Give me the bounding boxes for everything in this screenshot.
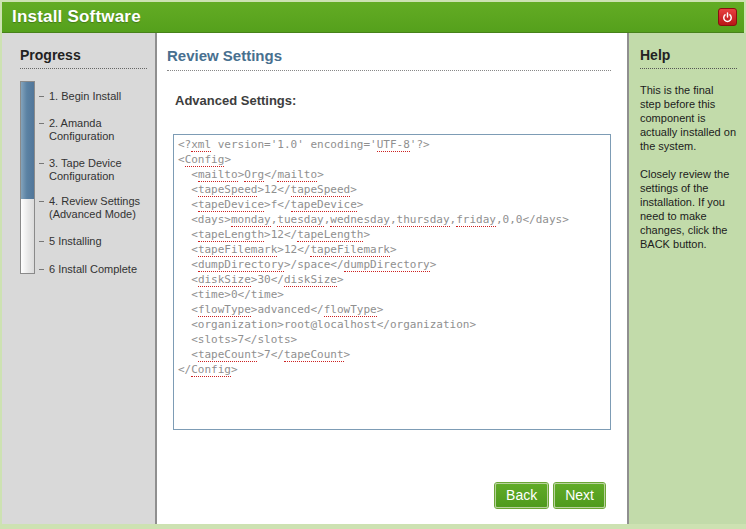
xml-line: <days>monday,tuesday,wednesday,thursday,… — [178, 212, 606, 227]
xml-line: <tapeLength>12</tapeLength> — [178, 227, 606, 242]
main-panel: Review Settings Advanced Settings: <?xml… — [157, 33, 627, 524]
help-paragraph-2: Closely review the settings of the insta… — [640, 167, 737, 251]
progress-heading: Progress — [20, 47, 147, 69]
progress-step-4: 4. Review Settings (Advanced Mode) — [49, 195, 147, 221]
misspelled-word: friday — [456, 213, 496, 227]
misspelled-word: xml — [191, 138, 211, 152]
progress-step-1: 1. Begin Install — [49, 90, 147, 103]
misspelled-word: Config — [185, 153, 225, 167]
help-panel: Help This is the final step before this … — [627, 33, 746, 524]
misspelled-word: tapeLength — [198, 228, 264, 242]
misspelled-word: Config — [191, 363, 231, 377]
xml-line: <tapeCount>7</tapeCount> — [178, 347, 606, 362]
progress-sidebar: Progress 1. Begin Install2. Amanda Confi… — [2, 33, 157, 524]
progress-step-2: 2. Amanda Configuration — [49, 117, 147, 143]
misspelled-word: flowType — [198, 303, 251, 317]
xml-line: <dumpDirectory>/space</dumpDirectory> — [178, 257, 606, 272]
progress-bar-fill — [21, 82, 34, 199]
xml-settings-editor[interactable]: <?xml version='1.0' encoding='UTF-8'?><C… — [173, 134, 611, 430]
xml-line: <?xml version='1.0' encoding='UTF-8'?> — [178, 137, 606, 152]
xml-line: <tapeFilemark>12</tapeFilemark> — [178, 242, 606, 257]
misspelled-word: tuesday — [277, 213, 323, 227]
misspelled-word: tapeDevice — [291, 198, 357, 212]
progress-steps: 1. Begin Install2. Amanda Configuration3… — [49, 81, 147, 276]
page-title: Install Software — [2, 7, 141, 27]
power-icon — [722, 12, 733, 23]
help-paragraph-1: This is the final step before this compo… — [640, 83, 737, 153]
misspelled-word: tapeDevice — [198, 198, 264, 212]
misspelled-word: tapeFilemark — [310, 243, 389, 257]
misspelled-word: UTF-8 — [377, 138, 410, 152]
misspelled-word: tapeSpeed — [291, 183, 351, 197]
progress-step-6: 6 Install Complete — [49, 263, 147, 276]
progress-bar — [20, 81, 35, 274]
help-heading: Help — [640, 47, 737, 69]
misspelled-word: mailto — [198, 168, 238, 182]
xml-line: <flowType>advanced</flowType> — [178, 302, 606, 317]
section-title: Review Settings — [167, 47, 611, 71]
progress-step-3: 3. Tape Device Configuration — [49, 157, 147, 183]
misspelled-word: tapeSpeed — [198, 183, 258, 197]
power-button[interactable] — [718, 8, 737, 26]
misspelled-word: dumpDirectory — [198, 258, 284, 272]
misspelled-word: wednesday — [330, 213, 390, 227]
next-button[interactable]: Next — [554, 483, 605, 508]
xml-line: </Config> — [178, 362, 606, 377]
misspelled-word: diskSize — [284, 273, 337, 287]
xml-line: <diskSize>30</diskSize> — [178, 272, 606, 287]
misspelled-word: tapeLength — [297, 228, 363, 242]
misspelled-word: tapeCount — [284, 348, 344, 362]
xml-line: <tapeDevice>f</tapeDevice> — [178, 197, 606, 212]
xml-line: <organization>root@localhost</organizati… — [178, 317, 606, 332]
misspelled-word: mailto — [277, 168, 317, 182]
misspelled-word: dumpDirectory — [344, 258, 430, 272]
xml-line: <tapeSpeed>12</tapeSpeed> — [178, 182, 606, 197]
xml-line: <time>0</time> — [178, 287, 606, 302]
misspelled-word: Org — [244, 168, 264, 182]
back-button[interactable]: Back — [495, 483, 548, 508]
advanced-settings-label: Advanced Settings: — [175, 93, 611, 108]
progress-step-5: 5 Installing — [49, 235, 147, 248]
misspelled-word: thursday — [397, 213, 450, 227]
xml-line: <mailto>Org</mailto> — [178, 167, 606, 182]
install-wizard-window: Install Software Progress 1. Begin Insta… — [0, 0, 746, 529]
xml-line: <slots>7</slots> — [178, 332, 606, 347]
progress-area: 1. Begin Install2. Amanda Configuration3… — [20, 81, 147, 276]
misspelled-word: tapeCount — [198, 348, 258, 362]
misspelled-word: flowType — [324, 303, 377, 317]
wizard-buttons: Back Next — [167, 483, 605, 508]
xml-line: <Config> — [178, 152, 606, 167]
misspelled-word: tapeFilemark — [198, 243, 277, 257]
misspelled-word: monday — [231, 213, 271, 227]
titlebar: Install Software — [2, 2, 744, 33]
misspelled-word: diskSize — [198, 273, 251, 287]
